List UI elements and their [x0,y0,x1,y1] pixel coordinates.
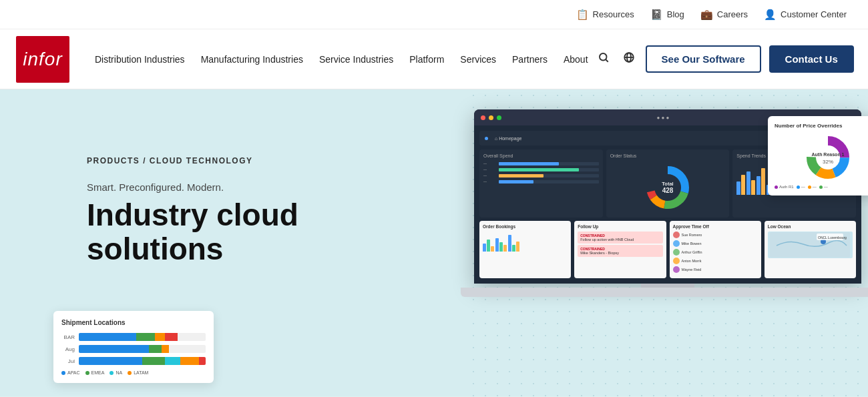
svg-text:ONCL Luxembourg: ONCL Luxembourg [818,236,847,240]
hero-tagline: Smart. Preconfigured. Modern. [87,181,407,193]
dashboard-mockup: Number of Price Overrides Auth Reason 1 … [454,109,868,297]
floating-card-title: Number of Price Overrides [775,123,868,129]
order-bookings-chart [483,232,568,252]
top-utility-bar: 📋 Resources 📓 Blog 💼 Careers 👤 Customer … [0,0,868,29]
customer-center-link[interactable]: 👤 Customer Center [764,9,847,21]
nav-actions: See Our Software Contact Us [595,45,854,73]
contact-us-button[interactable]: Contact Us [769,45,854,73]
main-navigation: infor Distribution Industries Manufactur… [0,29,868,89]
nav-manufacturing-industries[interactable]: Manufacturing Industries [194,49,310,70]
svg-text:Auth Reason 1: Auth Reason 1 [811,152,844,157]
low-ocean-panel: Low Ocean ONCL Luxembourg [765,221,856,278]
overall-spend-panel: Overall Spend — — [479,149,603,218]
globe-button[interactable] [620,49,638,69]
order-status-donut: Total 428 [610,161,726,214]
shipment-locations-chart: Shipment Locations BAR Aug [53,311,214,383]
db-bottom-panels: Order Bookings [479,221,856,278]
floating-legend: Auth R1 — — — [775,185,868,189]
customer-center-label: Customer Center [781,9,847,19]
blog-link[interactable]: 📓 Blog [650,9,684,21]
search-button[interactable] [595,49,612,69]
blog-icon: 📓 [650,9,663,21]
infor-logo[interactable]: infor [16,36,69,83]
chart-card-title: Shipment Locations [61,319,206,326]
approve-time-off-panel: Approve Time Off Sue Romero Mike Bowen [670,221,761,278]
chart-legend: APAC EMEA NA LATAM [61,370,206,375]
svg-point-0 [600,53,607,61]
bar-chart-small: BAR Aug Jul [61,333,206,365]
floating-price-overrides-card: Number of Price Overrides Auth Reason 1 … [768,116,868,195]
map-placeholder: ONCL Luxembourg [768,232,853,258]
low-ocean-title: Low Ocean [768,224,853,229]
window-maximize-dot [497,115,501,120]
bar-row-aug: Aug [61,345,206,353]
approve-time-off-title: Approve Time Off [673,224,758,229]
bar-row-bar: BAR [61,333,206,341]
order-status-title: Order Status [610,153,726,158]
overall-spend-title: Overall Spend [483,153,599,158]
nav-links: Distribution Industries Manufacturing In… [88,49,595,70]
see-software-button[interactable]: See Our Software [646,45,761,73]
followup-item-2: CONSTRAINED Mike Skanders - Biopsy [578,245,662,257]
laptop-base [461,288,868,297]
careers-label: Careers [717,9,748,19]
resources-label: Resources [593,9,634,19]
nav-service-industries[interactable]: Service Industries [312,49,400,70]
customer-center-icon: 👤 [764,9,777,21]
order-status-donut-svg: Total 428 [644,164,691,211]
nav-distribution-industries[interactable]: Distribution Industries [88,49,192,70]
db-title-bar: ● ● ● [656,115,669,121]
follow-up-title: Follow Up [578,224,662,229]
window-minimize-dot [489,115,493,120]
careers-link[interactable]: 💼 Careers [700,9,748,21]
floating-donut: Auth Reason 1 32% [775,134,868,181]
map-svg: ONCL Luxembourg [770,232,850,258]
nav-partners[interactable]: Partners [505,49,554,70]
order-status-panel: Order Status Total 428 [606,149,730,218]
svg-text:428: 428 [662,187,674,194]
hero-eyebrow: PRODUCTS / CLOUD TECHNOLOGY [87,156,407,165]
bar-row-jul: Jul [61,357,206,365]
hero-heading: Industry cloud solutions [87,198,407,266]
follow-up-panel: Follow Up CONSTRAINED Follow up action w… [574,221,666,278]
hero-content: PRODUCTS / CLOUD TECHNOLOGY Smart. Preco… [87,129,407,286]
order-bookings-title: Order Bookings [483,224,568,229]
followup-item-1: CONSTRAINED Follow up action with HNB Cl… [578,232,662,244]
resources-link[interactable]: 📋 Resources [576,9,634,21]
globe-icon [623,51,635,63]
nav-about[interactable]: About [557,49,595,70]
hero-section: PRODUCTS / CLOUD TECHNOLOGY Smart. Preco… [0,89,868,396]
careers-icon: 💼 [700,9,713,21]
svg-line-1 [606,59,608,61]
blog-label: Blog [667,9,684,19]
logo-text: infor [23,49,62,70]
window-close-dot [481,115,485,120]
nav-platform[interactable]: Platform [403,49,451,70]
spend-bars: — — — [483,161,599,183]
svg-text:32%: 32% [823,159,833,165]
nav-services[interactable]: Services [453,49,503,70]
svg-text:Total: Total [662,181,673,187]
logo-wrap[interactable]: infor [16,36,69,83]
resources-icon: 📋 [576,9,589,21]
floating-donut-svg: Auth Reason 1 32% [805,134,851,181]
order-bookings-panel: Order Bookings [479,221,571,278]
search-icon [598,51,610,63]
